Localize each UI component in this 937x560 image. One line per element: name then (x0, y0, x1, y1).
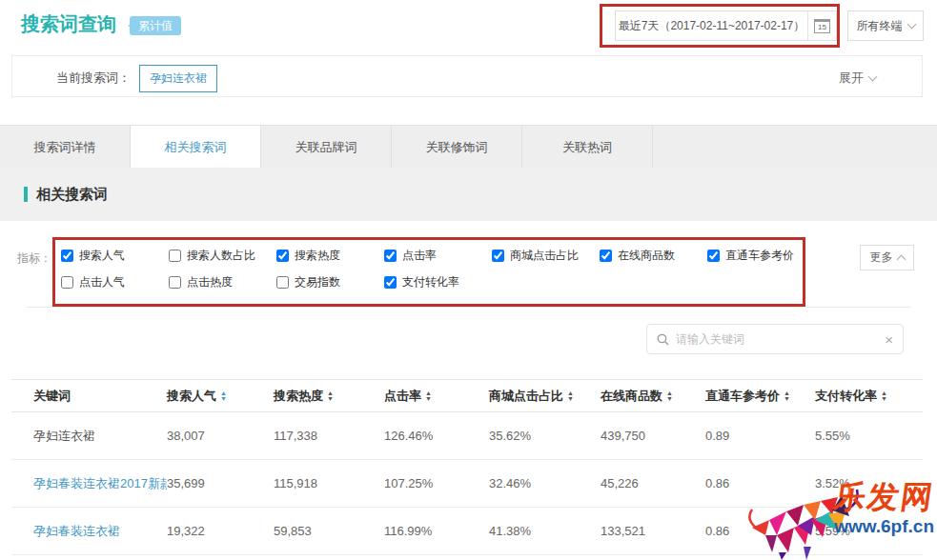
date-range-picker[interactable]: 最近7天（2017-02-11~2017-02-17） 15 (615, 10, 837, 41)
checkbox-click-rate[interactable]: 点击率 (384, 248, 492, 264)
value-cell: 35.62% (489, 412, 601, 460)
table-row: 孕妇春装连衣裙 19,322 59,853 116.99% 41.38% 133… (11, 508, 923, 555)
indicator-row-2: 点击人气 点击热度 交易指数 支付转化率 (61, 274, 492, 290)
page-title: 搜索词查询 (21, 11, 116, 37)
col-header-payment-conversion[interactable]: 支付转化率▲▼ (815, 380, 923, 412)
checkbox-click-heat[interactable]: 点击热度 (169, 274, 276, 290)
indicator-selector: 指标： 搜索人气 搜索人数占比 搜索热度 点击率 商城点击占比 在线商品数 (0, 236, 937, 307)
checkbox-input[interactable] (169, 250, 181, 262)
checkbox-input[interactable] (384, 250, 397, 262)
sort-icon[interactable]: ▲▼ (784, 390, 790, 402)
keyword-filter-input[interactable] (676, 332, 878, 346)
indicator-label: 指标： (17, 250, 51, 267)
search-icon (657, 333, 669, 346)
checkbox-input[interactable] (707, 250, 720, 262)
value-cell: 439,750 (601, 412, 705, 460)
value-cell: 59,853 (274, 508, 384, 555)
value-cell: 41.38% (489, 508, 601, 555)
indicator-row-1: 搜索人气 搜索人数占比 搜索热度 点击率 商城点击占比 在线商品数 直通车参考价 (61, 248, 815, 264)
checkbox-mall-click-ratio[interactable]: 商城点击占比 (492, 248, 600, 264)
value-cell: 126.46% (384, 412, 489, 460)
chevron-up-icon (896, 254, 906, 264)
divider (27, 307, 910, 308)
table-row: 孕妇连衣裙 38,007 117,338 126.46% 35.62% 439,… (11, 412, 923, 460)
value-cell: 116.99% (384, 508, 489, 555)
sort-icon[interactable]: ▲▼ (327, 390, 334, 402)
checkbox-input[interactable] (169, 276, 181, 289)
sort-icon[interactable]: ▲▼ (567, 390, 574, 402)
checkbox-searcher-ratio[interactable]: 搜索人数占比 (169, 248, 276, 264)
checkbox-input[interactable] (61, 250, 73, 262)
checkbox-input[interactable] (276, 250, 289, 262)
calendar-icon[interactable]: 15 (807, 11, 836, 40)
value-cell: 45,226 (601, 460, 705, 508)
value-cell: 5.59% (815, 508, 923, 555)
value-cell: 0.86 (705, 460, 815, 508)
checkbox-input[interactable] (492, 250, 504, 262)
checkbox-input[interactable] (384, 276, 397, 289)
clear-icon[interactable]: × (885, 332, 893, 347)
col-header-search-popularity[interactable]: 搜索人气▲▼ (167, 380, 274, 412)
value-cell: 107.25% (384, 460, 489, 508)
keyword-link[interactable]: 孕妇春装连衣裙 (11, 508, 167, 555)
keyword-filter-box: × (646, 324, 904, 354)
section-title: 相关搜索词 (24, 187, 108, 202)
terminal-dropdown-label: 所有终端 (857, 18, 903, 34)
keyword-cell: 孕妇连衣裙 (11, 412, 167, 460)
value-cell: 5.55% (815, 412, 923, 460)
cumulative-value-badge: 累计值 (130, 16, 181, 35)
checkbox-payment-conversion[interactable]: 支付转化率 (384, 274, 492, 290)
tab-related-hot-terms[interactable]: 关联热词 (522, 126, 653, 169)
checkbox-ztc-reference-price[interactable]: 直通车参考价 (707, 248, 815, 264)
value-cell: 19,322 (167, 508, 274, 555)
more-button[interactable]: 更多 (860, 245, 914, 270)
checkbox-click-popularity[interactable]: 点击人气 (61, 274, 169, 290)
checkbox-online-products[interactable]: 在线商品数 (600, 248, 707, 264)
value-cell: 3.52% (815, 460, 923, 508)
col-header-mall-click-ratio[interactable]: 商城点击占比▲▼ (489, 380, 601, 412)
value-cell: 0.89 (705, 412, 815, 460)
value-cell: 32.46% (489, 460, 601, 508)
date-range-text: 最近7天（2017-02-11~2017-02-17） (616, 18, 807, 34)
related-search-table: 关键词 搜索人气▲▼ 搜索热度▲▼ 点击率▲▼ 商城点击占比▲▼ 在线商品数▲▼… (11, 379, 923, 555)
chevron-down-icon (906, 20, 916, 30)
sort-icon[interactable]: ▲▼ (425, 390, 432, 402)
checkbox-input[interactable] (600, 250, 612, 262)
col-header-search-heat[interactable]: 搜索热度▲▼ (274, 380, 384, 412)
value-cell: 38,007 (167, 412, 274, 460)
value-cell: 133,521 (601, 508, 705, 555)
terminal-dropdown[interactable]: 所有终端 (847, 10, 924, 41)
sort-icon[interactable]: ▲▼ (666, 390, 673, 402)
checkbox-transaction-index[interactable]: 交易指数 (276, 274, 384, 290)
value-cell: 115,918 (274, 460, 384, 508)
col-header-keyword: 关键词 (11, 380, 167, 412)
current-search-term-tag[interactable]: 孕妇连衣裙 (139, 65, 217, 92)
tab-search-term-detail[interactable]: 搜索词详情 (0, 126, 131, 169)
table-header-row: 关键词 搜索人气▲▼ 搜索热度▲▼ 点击率▲▼ 商城点击占比▲▼ 在线商品数▲▼… (11, 380, 923, 412)
checkbox-search-popularity[interactable]: 搜索人气 (61, 248, 169, 264)
chevron-down-icon (868, 72, 878, 82)
col-header-ztc-price[interactable]: 直通车参考价▲▼ (705, 380, 815, 412)
expand-button[interactable]: 展开 (839, 70, 876, 87)
table-row: 孕妇春装连衣裙2017新款 35,699 115,918 107.25% 32.… (11, 460, 923, 508)
checkbox-input[interactable] (276, 276, 289, 289)
keyword-link[interactable]: 孕妇春装连衣裙2017新款 (11, 460, 167, 508)
value-cell: 35,699 (167, 460, 274, 508)
value-cell: 117,338 (274, 412, 384, 460)
col-header-online-products[interactable]: 在线商品数▲▼ (601, 380, 705, 412)
tab-related-search-terms[interactable]: 相关搜索词 (131, 126, 261, 169)
sort-icon[interactable]: ▲▼ (881, 390, 887, 402)
current-search-panel: 当前搜索词： 孕妇连衣裙 展开 (11, 55, 923, 97)
tab-bar: 搜索词详情 相关搜索词 关联品牌词 关联修饰词 关联热词 (0, 125, 937, 168)
col-header-click-rate[interactable]: 点击率▲▼ (384, 380, 489, 412)
value-cell: 0.86 (705, 508, 815, 555)
tab-related-modifier-terms[interactable]: 关联修饰词 (392, 126, 522, 169)
search-term-query-page: 搜索词查询 累计值 最近7天（2017-02-11~2017-02-17） 15… (0, 0, 937, 560)
sort-icon[interactable]: ▲▼ (220, 390, 227, 402)
checkbox-search-heat[interactable]: 搜索热度 (276, 248, 384, 264)
checkbox-input[interactable] (61, 276, 73, 289)
section-band: 相关搜索词 (0, 168, 937, 221)
tab-related-brand-terms[interactable]: 关联品牌词 (261, 126, 392, 169)
current-search-label: 当前搜索词： (56, 70, 131, 87)
